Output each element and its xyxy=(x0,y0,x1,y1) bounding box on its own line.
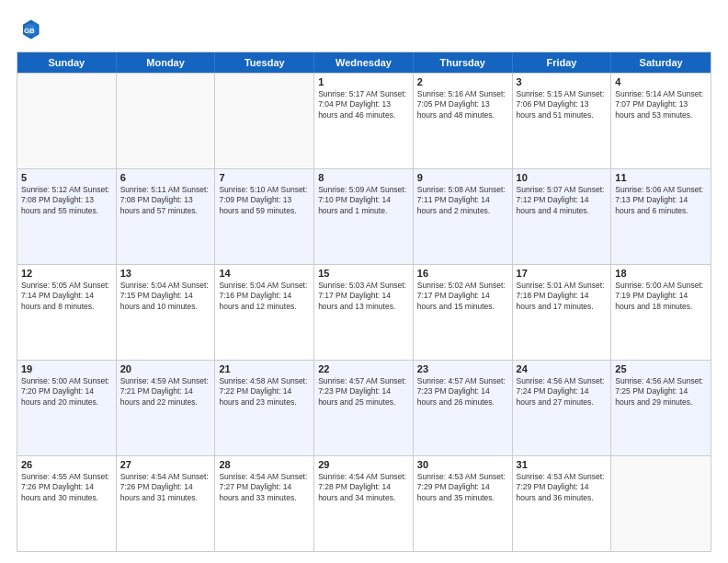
cell-info: Sunrise: 4:57 AM Sunset: 7:23 PM Dayligh… xyxy=(318,376,409,408)
cal-header-thursday: Thursday xyxy=(414,52,513,73)
cal-cell: 31Sunrise: 4:53 AM Sunset: 7:29 PM Dayli… xyxy=(513,456,612,551)
cal-cell xyxy=(17,74,117,168)
cell-info: Sunrise: 5:05 AM Sunset: 7:14 PM Dayligh… xyxy=(21,281,112,312)
cal-header-tuesday: Tuesday xyxy=(215,52,314,73)
cal-header-monday: Monday xyxy=(117,52,216,73)
cell-day-number: 8 xyxy=(318,172,409,183)
cal-cell: 20Sunrise: 4:59 AM Sunset: 7:21 PM Dayli… xyxy=(117,361,216,455)
cal-cell: 3Sunrise: 5:15 AM Sunset: 7:06 PM Daylig… xyxy=(513,74,612,168)
cal-cell xyxy=(611,456,711,551)
calendar-row-1: 1Sunrise: 5:17 AM Sunset: 7:04 PM Daylig… xyxy=(17,73,711,168)
cell-day-number: 28 xyxy=(219,459,310,470)
cal-cell: 30Sunrise: 4:53 AM Sunset: 7:29 PM Dayli… xyxy=(414,456,513,551)
calendar-body: 1Sunrise: 5:17 AM Sunset: 7:04 PM Daylig… xyxy=(17,73,711,551)
cal-header-saturday: Saturday xyxy=(611,52,711,73)
cal-cell: 7Sunrise: 5:10 AM Sunset: 7:09 PM Daylig… xyxy=(215,169,314,264)
cell-day-number: 1 xyxy=(318,76,409,87)
page: GB SundayMondayTuesdayWednesdayThursdayF… xyxy=(0,0,728,563)
cell-day-number: 22 xyxy=(318,363,409,374)
cell-day-number: 6 xyxy=(120,172,211,183)
logo-icon: GB xyxy=(17,17,42,42)
cell-day-number: 26 xyxy=(21,459,112,470)
cell-info: Sunrise: 4:54 AM Sunset: 7:28 PM Dayligh… xyxy=(318,472,409,503)
cal-cell: 11Sunrise: 5:06 AM Sunset: 7:13 PM Dayli… xyxy=(611,169,711,264)
calendar: SundayMondayTuesdayWednesdayThursdayFrid… xyxy=(17,52,711,552)
cell-info: Sunrise: 5:07 AM Sunset: 7:12 PM Dayligh… xyxy=(517,185,608,216)
cell-info: Sunrise: 5:16 AM Sunset: 7:05 PM Dayligh… xyxy=(417,89,508,121)
cell-info: Sunrise: 5:06 AM Sunset: 7:13 PM Dayligh… xyxy=(615,185,707,216)
cal-cell: 23Sunrise: 4:57 AM Sunset: 7:23 PM Dayli… xyxy=(414,361,513,455)
cell-info: Sunrise: 4:57 AM Sunset: 7:23 PM Dayligh… xyxy=(417,376,508,408)
cell-day-number: 15 xyxy=(318,268,409,279)
cell-info: Sunrise: 4:54 AM Sunset: 7:26 PM Dayligh… xyxy=(120,472,211,503)
cell-info: Sunrise: 4:56 AM Sunset: 7:25 PM Dayligh… xyxy=(615,376,707,408)
cell-info: Sunrise: 5:11 AM Sunset: 7:08 PM Dayligh… xyxy=(120,185,211,216)
cell-day-number: 7 xyxy=(219,172,310,183)
header: GB xyxy=(17,17,711,42)
cal-cell: 21Sunrise: 4:58 AM Sunset: 7:22 PM Dayli… xyxy=(215,361,314,455)
cell-day-number: 19 xyxy=(21,363,112,374)
cell-info: Sunrise: 4:53 AM Sunset: 7:29 PM Dayligh… xyxy=(417,472,508,503)
cal-cell: 16Sunrise: 5:02 AM Sunset: 7:17 PM Dayli… xyxy=(414,265,513,360)
cell-info: Sunrise: 5:01 AM Sunset: 7:18 PM Dayligh… xyxy=(517,281,608,312)
calendar-row-4: 19Sunrise: 5:00 AM Sunset: 7:20 PM Dayli… xyxy=(17,360,711,455)
cell-info: Sunrise: 4:56 AM Sunset: 7:24 PM Dayligh… xyxy=(517,376,608,408)
cell-day-number: 11 xyxy=(615,172,707,183)
calendar-row-5: 26Sunrise: 4:55 AM Sunset: 7:26 PM Dayli… xyxy=(17,455,711,551)
cell-info: Sunrise: 4:58 AM Sunset: 7:22 PM Dayligh… xyxy=(219,376,310,408)
cal-cell: 29Sunrise: 4:54 AM Sunset: 7:28 PM Dayli… xyxy=(314,456,414,551)
cal-cell: 8Sunrise: 5:09 AM Sunset: 7:10 PM Daylig… xyxy=(314,169,414,264)
cell-info: Sunrise: 4:53 AM Sunset: 7:29 PM Dayligh… xyxy=(517,472,608,503)
cell-day-number: 2 xyxy=(417,76,508,87)
cell-info: Sunrise: 5:04 AM Sunset: 7:15 PM Dayligh… xyxy=(120,281,211,312)
cell-day-number: 4 xyxy=(615,76,707,87)
cal-cell: 5Sunrise: 5:12 AM Sunset: 7:08 PM Daylig… xyxy=(17,169,117,264)
calendar-row-3: 12Sunrise: 5:05 AM Sunset: 7:14 PM Dayli… xyxy=(17,264,711,360)
cell-info: Sunrise: 5:03 AM Sunset: 7:17 PM Dayligh… xyxy=(318,281,409,312)
cell-day-number: 9 xyxy=(417,172,508,183)
cell-day-number: 13 xyxy=(120,268,211,279)
svg-text:GB: GB xyxy=(24,27,35,35)
cal-cell xyxy=(117,74,216,168)
cal-cell: 9Sunrise: 5:08 AM Sunset: 7:11 PM Daylig… xyxy=(414,169,513,264)
cell-day-number: 10 xyxy=(517,172,608,183)
cal-header-wednesday: Wednesday xyxy=(314,52,414,73)
cell-day-number: 20 xyxy=(120,363,211,374)
cal-cell: 27Sunrise: 4:54 AM Sunset: 7:26 PM Dayli… xyxy=(117,456,216,551)
cell-info: Sunrise: 4:55 AM Sunset: 7:26 PM Dayligh… xyxy=(21,472,112,503)
cell-info: Sunrise: 5:02 AM Sunset: 7:17 PM Dayligh… xyxy=(417,281,508,312)
cell-day-number: 23 xyxy=(417,363,508,374)
calendar-row-2: 5Sunrise: 5:12 AM Sunset: 7:08 PM Daylig… xyxy=(17,168,711,264)
cal-cell: 19Sunrise: 5:00 AM Sunset: 7:20 PM Dayli… xyxy=(17,361,117,455)
cell-day-number: 18 xyxy=(615,268,707,279)
cell-info: Sunrise: 5:04 AM Sunset: 7:16 PM Dayligh… xyxy=(219,281,310,312)
cell-day-number: 31 xyxy=(517,459,608,470)
cell-info: Sunrise: 5:14 AM Sunset: 7:07 PM Dayligh… xyxy=(615,89,707,121)
cal-header-sunday: Sunday xyxy=(17,52,117,73)
cell-day-number: 3 xyxy=(517,76,608,87)
cell-info: Sunrise: 5:15 AM Sunset: 7:06 PM Dayligh… xyxy=(517,89,608,121)
cal-cell: 18Sunrise: 5:00 AM Sunset: 7:19 PM Dayli… xyxy=(611,265,711,360)
cal-cell: 22Sunrise: 4:57 AM Sunset: 7:23 PM Dayli… xyxy=(314,361,414,455)
cell-info: Sunrise: 5:12 AM Sunset: 7:08 PM Dayligh… xyxy=(21,185,112,216)
cell-info: Sunrise: 5:17 AM Sunset: 7:04 PM Dayligh… xyxy=(318,89,409,121)
cell-day-number: 24 xyxy=(517,363,608,374)
cell-info: Sunrise: 5:00 AM Sunset: 7:20 PM Dayligh… xyxy=(21,376,112,408)
cal-cell: 26Sunrise: 4:55 AM Sunset: 7:26 PM Dayli… xyxy=(17,456,117,551)
cal-cell: 12Sunrise: 5:05 AM Sunset: 7:14 PM Dayli… xyxy=(17,265,117,360)
cell-info: Sunrise: 4:54 AM Sunset: 7:27 PM Dayligh… xyxy=(219,472,310,503)
cal-cell: 13Sunrise: 5:04 AM Sunset: 7:15 PM Dayli… xyxy=(117,265,216,360)
cal-cell: 1Sunrise: 5:17 AM Sunset: 7:04 PM Daylig… xyxy=(314,74,414,168)
cal-cell: 10Sunrise: 5:07 AM Sunset: 7:12 PM Dayli… xyxy=(513,169,612,264)
cal-cell: 4Sunrise: 5:14 AM Sunset: 7:07 PM Daylig… xyxy=(611,74,711,168)
cal-cell: 15Sunrise: 5:03 AM Sunset: 7:17 PM Dayli… xyxy=(314,265,414,360)
cell-info: Sunrise: 4:59 AM Sunset: 7:21 PM Dayligh… xyxy=(120,376,211,408)
cell-info: Sunrise: 5:08 AM Sunset: 7:11 PM Dayligh… xyxy=(417,185,508,216)
cell-day-number: 14 xyxy=(219,268,310,279)
cal-cell: 25Sunrise: 4:56 AM Sunset: 7:25 PM Dayli… xyxy=(611,361,711,455)
cell-day-number: 5 xyxy=(21,172,112,183)
cell-day-number: 29 xyxy=(318,459,409,470)
cal-cell xyxy=(215,74,314,168)
cal-cell: 2Sunrise: 5:16 AM Sunset: 7:05 PM Daylig… xyxy=(414,74,513,168)
cal-cell: 14Sunrise: 5:04 AM Sunset: 7:16 PM Dayli… xyxy=(215,265,314,360)
